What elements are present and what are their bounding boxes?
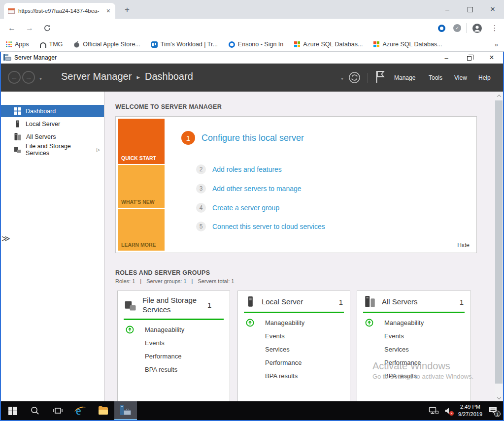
screen: https://bst-e97faa24-1437-4bea- × + – × … [0,0,504,421]
nav-history-caret-icon[interactable]: ▾ [39,76,42,81]
step-link[interactable]: Add other servers to manage [212,185,302,193]
menu-help[interactable]: Help [478,74,491,81]
refresh-button[interactable] [349,72,360,85]
row-events[interactable]: Events [118,336,230,350]
browser-maximize-button[interactable] [459,0,481,19]
tile-learn-more[interactable]: LEARN MORE [118,209,165,251]
action-center-button[interactable]: 1 [488,406,498,415]
network-tray-button[interactable] [429,407,438,415]
reload-icon [43,24,51,32]
task-view-icon [53,406,63,415]
panel-expand-chevron[interactable]: ≫ [1,233,10,244]
sidebar-item-all-servers[interactable]: All Servers [1,130,104,143]
server-manager-window-icon [3,54,11,61]
internet-explorer-button[interactable]: e [69,401,92,420]
scroll-down-button[interactable] [495,393,503,401]
bookmark-tmg[interactable]: TMG [40,41,63,48]
new-tab-button[interactable]: + [121,4,133,16]
expand-arrow-icon[interactable]: ▷ [97,147,100,152]
step-link[interactable]: Create a server group [212,204,279,212]
row-performance[interactable]: Performance [238,356,350,369]
step-add-roles[interactable]: 2 Add roles and features [196,164,282,174]
row-manageability[interactable]: Manageability [357,316,470,329]
row-services[interactable]: Services [238,343,350,356]
row-services[interactable]: Services [357,343,470,356]
bookmark-azure-sql-2[interactable]: Azure SQL Databas... [373,41,442,48]
browser-minimize-button[interactable]: – [436,0,459,19]
tile-quick-start[interactable]: QUICK START [118,119,165,164]
bookmark-ensono[interactable]: Ensono - Sign In [229,41,283,48]
row-events[interactable]: Events [357,329,470,343]
step-link[interactable]: Add roles and features [212,165,282,173]
tile-whats-new[interactable]: WHAT'S NEW [118,165,165,208]
step-configure-local-server[interactable]: 1 Configure this local server [181,131,304,145]
bookmarks-overflow-button[interactable]: » [495,41,498,48]
reload-button[interactable] [39,19,55,37]
extension-button-1[interactable] [434,19,449,37]
task-view-button[interactable] [46,401,69,420]
notifications-flag-button[interactable] [375,70,385,85]
profile-button[interactable] [469,19,485,37]
taskbar-clock[interactable]: 2:49 PM 9/27/2019 [458,403,482,418]
card-count: 1 [339,298,343,306]
browser-tab[interactable]: https://bst-e97faa24-1437-4bea- × [4,3,115,19]
breadcrumb-page[interactable]: Dashboard [145,71,193,82]
row-performance[interactable]: Performance [118,350,230,363]
tab-close-icon[interactable]: × [105,7,111,15]
card-title[interactable]: File and Storage Services [142,296,202,315]
row-label: Services [265,346,290,353]
trello-icon [151,41,158,48]
sidebar-item-file-storage-services[interactable]: File and Storage Services ▷ [1,143,104,156]
step-add-servers[interactable]: 3 Add other servers to manage [196,184,302,194]
card-header[interactable]: All Servers 1 [357,291,470,312]
step-link[interactable]: Connect this server to cloud services [212,223,325,230]
sm-close-button[interactable]: × [480,52,503,64]
menu-view[interactable]: View [454,74,467,81]
step-link[interactable]: Configure this local server [202,133,304,143]
hide-link[interactable]: Hide [457,242,470,249]
step-create-server-group[interactable]: 4 Create a server group [196,203,279,213]
refresh-caret-icon[interactable]: ▾ [341,76,343,81]
start-button[interactable] [1,401,24,420]
browser-menu-button[interactable]: ⋮ [487,19,503,37]
bookmark-label: Ensono - Sign In [238,41,283,48]
row-manageability[interactable]: Manageability [118,323,230,336]
card-header[interactable]: Local Server 1 [238,291,350,312]
restore-icon [467,56,471,61]
nav-forward-button[interactable]: → [22,71,35,84]
sidebar-item-dashboard[interactable]: Dashboard [1,105,104,117]
row-label: Events [265,332,285,340]
card-title[interactable]: Local Server [262,297,333,307]
bookmark-trello[interactable]: Tim's Workload | Tr... [151,41,218,48]
menu-manage[interactable]: Manage [394,74,415,81]
menu-tools[interactable]: Tools [429,74,442,81]
forward-button[interactable]: → [22,19,37,37]
bookmark-label: Apps [15,41,29,48]
row-events[interactable]: Events [238,329,350,343]
row-bpa-results[interactable]: BPA results [118,363,230,376]
server-manager-taskbar-button[interactable] [114,401,137,420]
search-button[interactable] [24,401,46,420]
row-bpa-results[interactable]: BPA results [238,369,350,383]
sidebar-item-local-server[interactable]: Local Server [1,118,104,130]
bookmark-apple-store[interactable]: Official Apple Store... [73,41,140,48]
row-manageability[interactable]: Manageability [238,316,350,329]
volume-tray-button[interactable]: × [444,407,452,415]
sm-minimize-button[interactable]: – [435,52,458,64]
breadcrumb-root[interactable]: Server Manager [61,71,132,82]
scroll-up-button[interactable] [495,92,503,100]
sidebar-item-label: All Servers [26,133,56,140]
extension-button-2[interactable]: ✓ [449,19,465,37]
card-header[interactable]: File and Storage Services 1 [118,291,230,319]
card-title[interactable]: All Servers [382,297,454,307]
scrollbar[interactable] [495,92,503,401]
browser-close-button[interactable]: × [481,0,504,19]
bookmark-apps[interactable]: Apps [6,41,29,48]
scrollbar-thumb[interactable] [495,100,503,384]
file-explorer-button[interactable] [92,401,114,420]
back-button[interactable]: ← [4,19,20,37]
sm-restore-button[interactable] [458,52,480,64]
step-connect-cloud[interactable]: 5 Connect this server to cloud services [196,222,325,231]
bookmark-azure-sql-1[interactable]: Azure SQL Databas... [294,41,363,48]
nav-back-button[interactable]: ← [8,71,21,84]
